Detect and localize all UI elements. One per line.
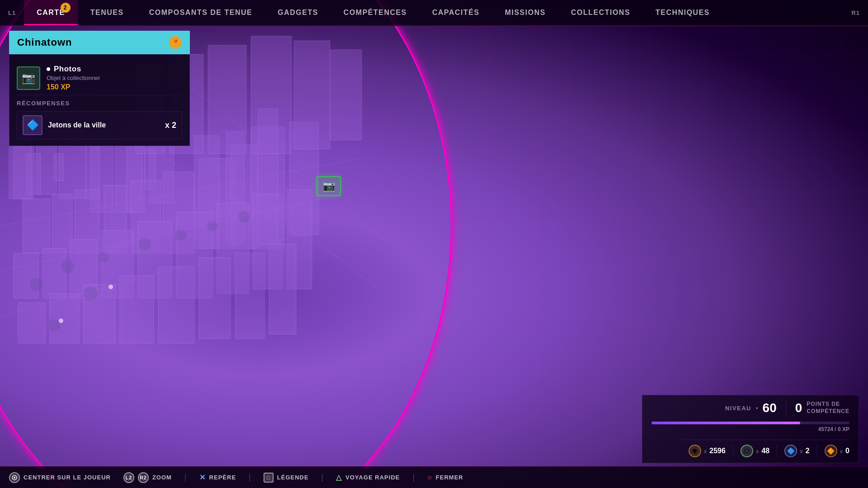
- nav-item-competences[interactable]: COMPÉTENCES: [331, 0, 420, 25]
- svg-rect-31: [217, 203, 249, 294]
- svg-rect-11: [145, 149, 156, 190]
- tokens-icon: ⬡: [741, 445, 753, 457]
- svg-line-57: [0, 158, 362, 226]
- collectible-xp: 150 XP: [47, 83, 182, 91]
- svg-rect-24: [289, 122, 319, 235]
- cross-button[interactable]: ✕: [199, 473, 206, 482]
- svg-rect-3: [27, 154, 41, 194]
- collectible-info: Photos Objet à collectionner 150 XP: [47, 65, 182, 91]
- svg-rect-2: [36, 145, 57, 194]
- svg-rect-25: [14, 253, 38, 298]
- circle-button[interactable]: ○: [427, 474, 432, 482]
- web-icon: 🕷: [689, 445, 701, 457]
- svg-rect-33: [287, 190, 312, 289]
- collectible-name: Photos: [54, 65, 81, 74]
- svg-point-64: [59, 319, 63, 323]
- svg-rect-36: [84, 285, 115, 343]
- nav-badge: 2: [61, 3, 71, 13]
- control-zoom[interactable]: L2 R2 ZOOM: [123, 472, 172, 483]
- city-prefix: x: [800, 448, 803, 455]
- svg-rect-35: [50, 294, 79, 343]
- control-centrer[interactable]: CENTRER SUR LE JOUEUR: [9, 472, 111, 483]
- svg-point-49: [99, 252, 109, 263]
- svg-rect-23: [258, 108, 278, 244]
- svg-rect-16: [131, 181, 160, 253]
- nav-item-composants[interactable]: COMPOSANTS DE TENUE: [137, 0, 265, 25]
- city-icon: 🔷: [784, 445, 797, 457]
- voyage-label: VOYAGE RAPIDE: [345, 474, 400, 481]
- svg-rect-17: [163, 172, 194, 253]
- svg-rect-29: [138, 221, 172, 298]
- rewards-label: RÉCOMPENSES: [17, 100, 182, 107]
- nav-item-gadgets[interactable]: GADGETS: [265, 0, 331, 25]
- nav-item-missions[interactable]: MISSIONS: [492, 0, 558, 25]
- svg-point-63: [108, 285, 113, 289]
- fermer-label: FERMER: [436, 474, 463, 481]
- reward-count: x 2: [165, 121, 176, 130]
- reward-icon: 🔷: [23, 115, 42, 135]
- svg-rect-41: [269, 244, 296, 334]
- niveau-value: 60: [763, 401, 777, 415]
- control-legende[interactable]: □ LÉGENDE: [264, 473, 309, 483]
- control-repere[interactable]: ✕ REPÈRE: [199, 473, 236, 482]
- top-navigation: L1 CARTE 2 TENUES COMPOSANTS DE TENUE GA…: [0, 0, 868, 26]
- web-prefix: x: [704, 448, 707, 455]
- svg-rect-34: [18, 303, 45, 343]
- tokens-value: 48: [761, 447, 769, 455]
- collectible-type: Objet à collectionner: [47, 75, 182, 81]
- xp-display: 45724 / 0 XP: [818, 426, 849, 432]
- svg-rect-20: [231, 145, 258, 249]
- niveau-label: NIVEAU: [725, 405, 751, 412]
- control-voyage[interactable]: △ VOYAGE RAPIDE: [336, 473, 400, 482]
- svg-point-66: [14, 477, 15, 479]
- svg-rect-19: [194, 136, 219, 249]
- special-prefix: x: [840, 448, 843, 455]
- r2-button[interactable]: R2: [138, 472, 149, 483]
- square-button[interactable]: □: [264, 473, 274, 483]
- repere-label: REPÈRE: [209, 474, 236, 481]
- area-name: Chinatown: [17, 37, 72, 48]
- svg-point-48: [61, 260, 75, 273]
- svg-point-52: [83, 286, 98, 301]
- collectible-row: 📷 Photos Objet à collectionner 150 XP: [17, 61, 182, 95]
- svg-rect-40: [235, 253, 264, 339]
- svg-line-59: [0, 230, 316, 316]
- svg-rect-46: [294, 41, 330, 149]
- l2-button[interactable]: L2: [123, 472, 134, 483]
- svg-rect-39: [199, 258, 231, 339]
- svg-rect-26: [43, 249, 66, 298]
- city-value: 2: [806, 447, 810, 455]
- panel-body: 📷 Photos Objet à collectionner 150 XP RÉ…: [9, 54, 190, 146]
- camera-collectible-marker[interactable]: 📷: [316, 176, 341, 196]
- svg-rect-18: [199, 158, 235, 249]
- control-fermer[interactable]: ○ FERMER: [427, 474, 463, 482]
- centrer-label: CENTRER SUR LE JOUEUR: [24, 474, 111, 481]
- nav-item-capacites[interactable]: CAPACITÉS: [420, 0, 492, 25]
- svg-rect-37: [120, 276, 154, 343]
- xp-bar: [651, 422, 849, 424]
- svg-rect-22: [251, 127, 285, 249]
- svg-rect-32: [253, 194, 283, 289]
- pin-icon: 📍: [169, 36, 182, 49]
- niveau-dot: •: [756, 405, 758, 412]
- nav-item-tenues[interactable]: TENUES: [78, 0, 137, 25]
- status-panel: NIVEAU • 60 0 POINTS DECOMPÉTENCE 45724 …: [642, 395, 859, 463]
- points-value: 0: [795, 401, 802, 415]
- currency-tokens: ⬡ x 48: [733, 445, 777, 457]
- nav-item-carte[interactable]: CARTE 2: [24, 0, 78, 25]
- xp-bar-fill: [651, 422, 800, 424]
- l3-button[interactable]: [9, 472, 20, 483]
- svg-point-56: [238, 211, 250, 223]
- svg-rect-21: [226, 131, 244, 244]
- triangle-button[interactable]: △: [336, 473, 342, 482]
- web-value: 2596: [709, 447, 726, 455]
- l1-button[interactable]: L1: [0, 0, 24, 25]
- svg-rect-27: [70, 239, 97, 298]
- currency-city: 🔷 x 2: [777, 445, 817, 457]
- r1-button[interactable]: R1: [843, 0, 868, 25]
- svg-rect-47: [330, 50, 362, 140]
- currency-web: 🕷 x 2596: [681, 445, 733, 457]
- tokens-prefix: x: [756, 448, 759, 455]
- nav-item-collections[interactable]: COLLECTIONS: [558, 0, 643, 25]
- nav-item-techniques[interactable]: TECHNIQUES: [643, 0, 722, 25]
